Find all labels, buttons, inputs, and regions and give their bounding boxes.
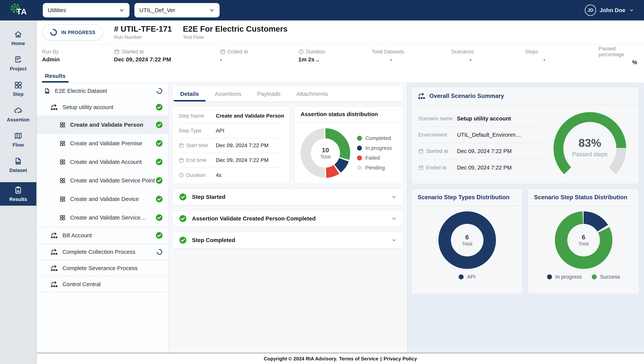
overall-scenario-summary-card: Overall Scenario Summary Scenario name S… xyxy=(411,87,640,184)
sidebar-item-label: Results xyxy=(9,196,27,202)
legend-dot xyxy=(357,136,362,141)
sidebar-item-label: Project xyxy=(10,66,26,72)
tab-payloads[interactable]: Payloads xyxy=(249,86,288,102)
status-badge-label: IN PROGRESS xyxy=(61,30,96,35)
step-grid-icon xyxy=(60,177,66,184)
tree-scenario-row[interactable]: Control Central xyxy=(37,276,168,292)
scenario-icon xyxy=(50,248,58,256)
status-chart-legend: In progress Success xyxy=(547,274,620,280)
calendar-icon xyxy=(418,165,424,170)
sidebar-item-home[interactable]: Home xyxy=(0,25,36,51)
top-bar: TA Utilities UTIL_Def_Ver JD John Doe xyxy=(0,0,644,21)
tree-step-row[interactable]: Create and Validate Account xyxy=(37,153,168,171)
legend-item-failed[interactable]: Failed xyxy=(357,155,392,161)
tree-step-row[interactable]: Create and Validate Person xyxy=(37,116,168,134)
sidebar-item-results[interactable]: Results xyxy=(0,182,36,206)
home-icon xyxy=(14,30,22,39)
legend-dot xyxy=(357,165,362,170)
passed-steps-gauge: 83% Passed steps xyxy=(546,111,634,184)
flow-label: Test Flow xyxy=(183,34,288,40)
run-number-label: Run Number xyxy=(114,34,172,40)
event-accordion-step-started[interactable]: Step Started xyxy=(172,189,404,205)
tab-details[interactable]: Details xyxy=(172,86,207,102)
tree-item-label: Create and Validate Premise xyxy=(70,140,142,147)
project-select-value: Utilities xyxy=(48,7,66,14)
tab-results[interactable]: Results xyxy=(42,73,68,83)
legend-dot xyxy=(357,156,362,160)
tree-scenario-row[interactable]: Setup utility account xyxy=(37,99,168,116)
run-stats: Run By Admin Started at Dec 09, 2024 7:2… xyxy=(37,44,644,67)
tree-item-label: E2E Electric Dataset xyxy=(55,88,107,94)
assertion-distribution-card: Assertion status distribution 10 Total xyxy=(294,106,404,184)
types-chart-legend: API xyxy=(459,274,476,280)
clock-icon xyxy=(179,173,184,178)
types-chart-title: Scenario Step Types Distribution xyxy=(418,194,510,201)
tree-step-row[interactable]: Create and Validate Device xyxy=(37,190,168,208)
detail-row-end-time: End time Dec 09, 2024 7:22 PM xyxy=(179,153,284,168)
step-grid-icon xyxy=(60,122,66,128)
scenario-icon xyxy=(50,232,58,239)
clipboard-check-icon xyxy=(14,55,22,64)
legend-item-api[interactable]: API xyxy=(459,274,476,280)
calendar-icon xyxy=(418,149,424,154)
version-select[interactable]: UTIL_Def_Ver xyxy=(134,3,220,18)
tree-step-row[interactable]: Create and Validate Service Point xyxy=(37,171,168,190)
chevron-down-icon xyxy=(391,237,397,243)
chevron-down-icon xyxy=(119,8,124,13)
sidebar-item-dataset[interactable]: Dataset xyxy=(0,152,36,178)
tree-step-row[interactable]: Create and Validate Service… xyxy=(37,208,168,227)
event-accordion-step-completed[interactable]: Step Completed xyxy=(172,232,404,248)
sidebar-item-assertion[interactable]: Assertion xyxy=(0,102,36,127)
copyright-text: Copyright © 2024 RIA Advisory. xyxy=(264,356,337,362)
calendar-icon xyxy=(220,49,226,55)
tab-attachments[interactable]: Attachments xyxy=(288,86,336,102)
check-circle-icon xyxy=(156,140,163,147)
sidebar-item-project[interactable]: Project xyxy=(0,51,36,76)
stat-scenarios: Scenarios - xyxy=(427,49,514,63)
tab-assertions[interactable]: Assertions xyxy=(207,86,249,102)
tree-step-row[interactable]: Create and Validate Premise xyxy=(37,134,168,153)
event-accordion-assertion-completed[interactable]: Assertion Validate Created Person Comple… xyxy=(172,210,404,227)
summary-row-scenario-name: Scenario name Setup utility account xyxy=(418,111,542,127)
detail-tabs: Details Assertions Payloads Attachments xyxy=(172,86,404,102)
legend-item-completed[interactable]: Completed xyxy=(357,135,392,141)
status-chart-title: Scenario Step Status Distribution xyxy=(534,194,627,201)
tree-scenario-row[interactable]: Complete Severance Process xyxy=(37,260,168,276)
chevron-down-icon xyxy=(391,216,397,221)
tree-item-label: Create and Validate Service Point xyxy=(70,177,155,184)
tree-item-label: Control Central xyxy=(62,281,101,287)
tree-dataset-row[interactable]: E2E Electric Dataset xyxy=(37,83,168,99)
step-grid-icon xyxy=(60,140,66,146)
calendar-icon xyxy=(114,49,120,55)
step-status-donut-chart: 6 Total xyxy=(555,211,612,269)
app-logo[interactable]: TA xyxy=(0,2,37,19)
legend-item-in-progress[interactable]: In progress xyxy=(357,145,392,151)
scenario-icon xyxy=(50,103,58,111)
detail-row-step-type: Step Type API xyxy=(179,124,284,138)
legend-item-pending[interactable]: Pending xyxy=(357,165,392,171)
legend-item-in-progress[interactable]: In progress xyxy=(547,274,582,280)
tree-scenario-row[interactable]: Bill Account xyxy=(37,227,168,244)
privacy-policy-link[interactable]: Privacy Policy xyxy=(384,356,417,362)
step-types-distribution-card: Scenario Step Types Distribution 6 Total xyxy=(411,189,523,294)
sidebar-item-label: Assertion xyxy=(7,117,30,123)
chevron-down-icon xyxy=(209,8,215,13)
user-menu[interactable]: JD John Doe xyxy=(585,5,634,16)
tree-item-label: Setup utility account xyxy=(62,104,114,110)
legend-item-success[interactable]: Success xyxy=(592,274,620,280)
tree-scenario-row[interactable]: Complete Collection Process xyxy=(37,244,168,260)
sidebar-item-label: Home xyxy=(11,41,25,46)
detail-row-start-time: Start time Dec 09, 2024 7:22 PM xyxy=(179,138,284,153)
check-circle-icon xyxy=(179,193,187,201)
flow-name: E2E For Electric Customers xyxy=(183,25,288,33)
sidebar-item-flow[interactable]: Flow xyxy=(0,127,36,152)
legend-dot xyxy=(357,146,362,151)
step-grid-icon xyxy=(60,159,66,165)
terms-of-service-link[interactable]: Terms of Service xyxy=(339,356,378,362)
assertion-chart-legend: Completed In progress Failed xyxy=(357,135,392,171)
detail-row-step-name: Step Name Create and Validate Person xyxy=(179,109,284,124)
project-select[interactable]: Utilities xyxy=(43,3,130,18)
summary-row-ended-at: Ended at Dec 09, 2024 7:22 PM xyxy=(418,159,542,176)
sidebar-item-step[interactable]: Step xyxy=(0,76,36,102)
assertion-chart-title: Assertion status distribution xyxy=(294,106,403,122)
